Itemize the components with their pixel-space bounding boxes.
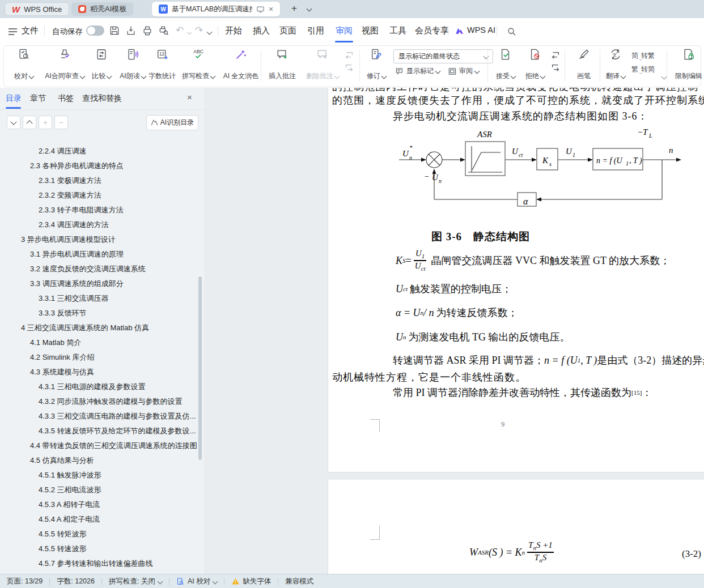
menu-member[interactable]: 会员专享 — [415, 25, 449, 36]
markup-state-dropdown[interactable]: 显示标记的最终状态 — [393, 49, 493, 63]
restrict-edit-icon — [682, 48, 695, 61]
toc-item[interactable]: 3 异步电机调压调速模型设计 — [0, 232, 218, 247]
translate-button[interactable]: 文 A 翻译 — [602, 48, 629, 82]
menu-reference[interactable]: 引用 — [307, 25, 324, 36]
toc-item[interactable]: 3.3 调压调速系统的组成部分 — [0, 276, 227, 291]
word-count-indicator[interactable]: 字数: 12026 — [57, 577, 95, 586]
previous-change-icon[interactable] — [550, 50, 561, 61]
tab-active-document[interactable]: W 基于MATLAB的调压调速控制 × — [152, 2, 280, 16]
tab-chapters[interactable]: 章节 — [30, 93, 46, 104]
ai-proofread-status[interactable]: AI 校对 — [188, 577, 210, 586]
screen-share-icon[interactable] — [256, 5, 265, 14]
toc-item[interactable]: 4 三相交流调压调速系统的 Matlab 仿真 — [0, 321, 218, 335]
comment-delete-icon — [316, 48, 329, 61]
toc-item[interactable]: 2.3.4 调压调速的方法 — [0, 218, 236, 232]
paragraph-text: 的范围，速度反馈便失去了作用，便成了不可控的系统，就变成了开环控制系统 — [332, 93, 704, 107]
toc-item[interactable]: 4.3 系统建模与仿真 — [0, 365, 227, 380]
reject-changes-button[interactable]: 拒绝 — [521, 48, 549, 82]
wps-ai-label[interactable]: WPS AI — [467, 25, 495, 35]
toc-item[interactable]: 4.5.5 转矩波形 — [0, 527, 236, 542]
tab-contents[interactable]: 目录 — [6, 93, 22, 104]
toc-item[interactable]: 4.1 Matlab 简介 — [0, 335, 227, 350]
autosave-toggle[interactable] — [86, 25, 104, 36]
menu-review[interactable]: 审阅 — [336, 25, 353, 36]
print-icon[interactable] — [142, 25, 153, 36]
tab-find-replace[interactable]: 查找和替换 — [82, 93, 122, 104]
toc-item[interactable]: 4.5.5 转速波形 — [0, 542, 236, 556]
restrict-editing-button[interactable]: 限制编辑 — [673, 48, 704, 82]
previous-heading-button[interactable] — [23, 116, 36, 129]
compare-button[interactable]: 比较 — [88, 48, 114, 82]
review-pane-icon — [448, 67, 457, 76]
history-chevron-icon[interactable] — [207, 29, 213, 35]
to-traditional-button[interactable]: 简→ 转繁 — [631, 51, 655, 61]
close-tab-icon[interactable]: × — [269, 5, 273, 14]
toc-item[interactable]: 3.1 异步电机调压调速的原理 — [0, 247, 227, 262]
toc-item[interactable]: 4.5.4 A 相定子电流 — [0, 512, 236, 527]
ai-recognize-toc-button[interactable]: AI识别目录 — [146, 115, 198, 130]
print-preview-icon[interactable] — [158, 25, 169, 36]
paragraph-text: 异步电动机交流调压调速系统的静态结构图如图 3-6： — [393, 109, 648, 123]
to-simplified-button[interactable]: 繁→ 转简 — [631, 65, 655, 74]
toc-item[interactable]: 4.2 Simulink 库介绍 — [0, 350, 227, 365]
tab-home-label: WPS Office — [24, 5, 62, 14]
sidebar-scrollbar-thumb[interactable] — [198, 276, 202, 460]
svg-text:A: A — [616, 49, 619, 54]
ai-polish-button[interactable]: AI 全文润色 — [218, 48, 264, 82]
group-divider — [359, 50, 360, 82]
chevron-down-icon — [381, 74, 387, 79]
spell-check-button[interactable]: ABC 拼写检查 — [180, 48, 217, 82]
next-change-icon[interactable] — [550, 63, 561, 73]
spell-check-status[interactable]: 拼写检查: 关闭 — [109, 577, 155, 586]
tab-wps-home[interactable]: W WPS Office — [5, 2, 69, 16]
toc-item[interactable]: 4.5 仿真结果与分析 — [0, 453, 227, 468]
track-changes-button[interactable]: 修订 — [363, 48, 390, 82]
page-indicator[interactable]: 页面: 13/29 — [7, 577, 43, 586]
toc-item[interactable]: 2.3.3 转子串电阻调速方法 — [0, 203, 236, 218]
tab-bookmarks[interactable]: 书签 — [58, 93, 74, 104]
ink-brush-button[interactable]: 画笔 — [570, 48, 597, 82]
toc-item[interactable]: 3.2 速度负反馈的交流调压调速系统 — [0, 262, 227, 276]
missing-font-warning[interactable]: 缺失字体 — [243, 577, 271, 586]
ai-contract-review-button[interactable]: AI合同审查 — [40, 48, 90, 82]
chevron-down-icon — [474, 69, 480, 74]
insert-comment-button[interactable]: 插入批注 — [265, 48, 299, 82]
next-heading-button[interactable] — [7, 116, 20, 129]
chevron-down-icon — [29, 74, 35, 79]
save-icon[interactable] — [109, 25, 120, 36]
svg-text:U: U — [566, 147, 572, 156]
search-icon[interactable] — [507, 27, 517, 37]
chevron-down-icon — [540, 74, 546, 79]
toc-item[interactable]: 4.5.3 A 相转子电流 — [0, 497, 236, 512]
tab-list-chevron-icon[interactable] — [307, 6, 312, 12]
ai-read-aloud-button[interactable]: AI朗读 — [116, 48, 150, 82]
word-doc-icon: W — [159, 5, 168, 14]
toc-item[interactable]: 4.5.7 参考转速和输出转速偏差曲线 — [0, 556, 236, 571]
accept-changes-button[interactable]: 接受 — [492, 48, 519, 82]
figure-caption: 图 3-6 静态结构图 — [431, 229, 530, 244]
show-markup-button[interactable]: 显示标记 — [395, 66, 440, 76]
formula-uct: Uct 触发装置的控制电压； — [396, 282, 512, 296]
menu-file[interactable]: 文件 — [22, 25, 39, 36]
toc-item[interactable]: 2.3 各种异步电机调速的特点 — [0, 159, 227, 173]
toc-item[interactable]: 2.2.4 调压调速 — [0, 144, 236, 159]
toc-item[interactable]: 2.3.1 变极调速方法 — [0, 173, 236, 188]
word-count-button[interactable]: 12 字数统计 — [146, 48, 178, 82]
export-icon[interactable] — [125, 25, 137, 36]
hamburger-menu-icon[interactable] — [8, 28, 18, 36]
menu-page[interactable]: 页面 — [279, 25, 296, 36]
menu-view[interactable]: 视图 — [362, 25, 379, 36]
toc-item[interactable]: 4.5.1 触发脉冲波形 — [0, 468, 236, 483]
svg-text:U: U — [432, 173, 439, 182]
new-tab-button[interactable]: + — [291, 3, 297, 14]
menu-insert[interactable]: 插入 — [253, 25, 270, 36]
menu-home[interactable]: 开始 — [225, 25, 242, 36]
toc-item[interactable]: 4.5.2 三相电流波形 — [0, 483, 236, 497]
menu-tools[interactable]: 工具 — [389, 25, 406, 36]
tab-docer-templates[interactable]: 稻壳AI模板 — [71, 2, 133, 16]
toc-item[interactable]: 2.3.2 变频调速方法 — [0, 188, 236, 203]
review-pane-button[interactable]: 审阅 — [448, 66, 479, 76]
proofread-button[interactable]: 校对 — [9, 48, 39, 82]
close-sidebar-icon[interactable]: × — [187, 92, 192, 102]
toc-item[interactable]: 4.4 带转速负反馈的三相交流调压调速系统的连接图 — [0, 438, 227, 453]
